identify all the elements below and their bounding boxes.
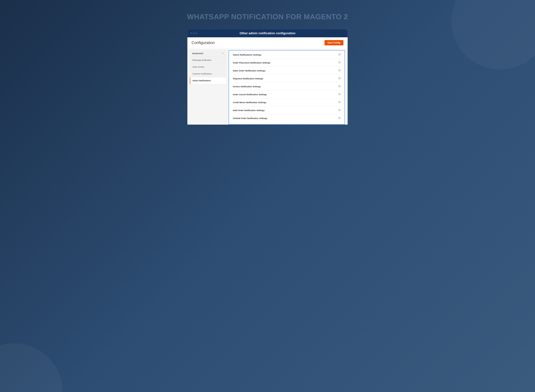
settings-row-label: Invoice Notification Settings bbox=[233, 85, 261, 88]
window-control-dot[interactable] bbox=[190, 33, 192, 34]
settings-row-label: Order Placement Notification Settings bbox=[233, 61, 270, 64]
sidebar-item-label: Whatsapp Notification bbox=[192, 59, 211, 61]
sidebar-item-label: Customer Notifications bbox=[192, 73, 212, 75]
settings-row-sales-order[interactable]: Sales Order Notification Settings bbox=[232, 67, 341, 75]
sidebar-group-header[interactable]: MAGEANTS bbox=[190, 50, 226, 57]
settings-row-credit-memo[interactable]: Credit Memo Notification Settings bbox=[232, 98, 341, 106]
expand-icon bbox=[338, 85, 341, 88]
window-title: Other admin notification configuration bbox=[191, 32, 344, 35]
svg-point-3 bbox=[339, 77, 341, 79]
settings-row-unhold-order[interactable]: UnHold Order Notification Settings bbox=[232, 114, 341, 122]
expand-icon bbox=[338, 101, 341, 104]
sidebar-item-whatsapp-notification[interactable]: Whatsapp Notification bbox=[190, 57, 226, 64]
sidebar-item-label: Admin Notifications bbox=[192, 79, 211, 82]
expand-icon bbox=[338, 61, 341, 64]
sidebar-item-order-archive[interactable]: Order Archive bbox=[190, 64, 226, 70]
page-title: Configuration bbox=[192, 41, 215, 45]
svg-point-5 bbox=[339, 93, 341, 95]
sidebar-group-title: MAGEANTS bbox=[192, 52, 203, 55]
svg-point-0 bbox=[339, 54, 341, 55]
svg-point-4 bbox=[339, 85, 341, 87]
window-controls bbox=[190, 33, 197, 34]
settings-row-order-placement[interactable]: Order Placement Notification Settings bbox=[232, 59, 341, 67]
sidebar-item-admin-notifications[interactable]: Admin Notifications bbox=[190, 77, 226, 84]
sidebar-item-label: Order Archive bbox=[192, 66, 204, 68]
settings-row-label: Shipment Notification Settings bbox=[233, 77, 263, 80]
window-control-dot[interactable] bbox=[196, 33, 197, 34]
sidebar-item-customer-notifications[interactable]: Customer Notifications bbox=[190, 70, 226, 77]
svg-point-6 bbox=[339, 101, 341, 103]
title-bar: Other admin notification configuration bbox=[187, 29, 348, 37]
expand-icon bbox=[338, 117, 341, 120]
decorative-circle bbox=[0, 343, 63, 392]
svg-point-8 bbox=[339, 117, 341, 119]
hero-title: WHATSAPP NOTIFICATION FOR MAGENTO 2 bbox=[0, 0, 535, 29]
settings-row-label: Admin Notifications Settings bbox=[233, 54, 261, 56]
window-control-dot[interactable] bbox=[193, 33, 195, 34]
chevron-up-icon bbox=[222, 52, 224, 55]
settings-row-label: Credit Memo Notification Settings bbox=[233, 101, 266, 103]
settings-row-label: Order Cancel Notification Settings bbox=[233, 93, 267, 96]
expand-icon bbox=[338, 69, 341, 72]
expand-icon bbox=[338, 77, 341, 80]
svg-point-7 bbox=[339, 109, 341, 111]
settings-row-label: Sales Order Notification Settings bbox=[233, 70, 265, 72]
settings-row-label: Hold Order Notification Settings bbox=[233, 109, 265, 112]
expand-icon bbox=[338, 109, 341, 112]
expand-icon bbox=[338, 53, 341, 56]
sidebar: MAGEANTS Whatsapp Notification Order Arc… bbox=[190, 50, 226, 84]
settings-row-invoice[interactable]: Invoice Notification Settings bbox=[232, 83, 341, 90]
settings-row-order-cancel[interactable]: Order Cancel Notification Settings bbox=[232, 90, 341, 98]
page-header: Configuration Save Config bbox=[187, 37, 348, 49]
expand-icon bbox=[338, 93, 341, 96]
settings-panel: Admin Notifications Settings Order Place… bbox=[229, 50, 345, 125]
browser-frame: Other admin notification configuration C… bbox=[187, 29, 348, 125]
app-content: Configuration Save Config MAGEANTS Whats… bbox=[187, 37, 348, 125]
svg-point-1 bbox=[339, 61, 341, 63]
settings-row-hold-order[interactable]: Hold Order Notification Settings bbox=[232, 106, 341, 114]
svg-point-2 bbox=[339, 70, 341, 71]
save-config-button[interactable]: Save Config bbox=[324, 40, 343, 45]
settings-row-label: UnHold Order Notification Settings bbox=[233, 117, 267, 119]
settings-row-admin-notifications[interactable]: Admin Notifications Settings bbox=[232, 51, 341, 59]
settings-row-shipment[interactable]: Shipment Notification Settings bbox=[232, 75, 341, 83]
config-body: MAGEANTS Whatsapp Notification Order Arc… bbox=[187, 49, 348, 125]
